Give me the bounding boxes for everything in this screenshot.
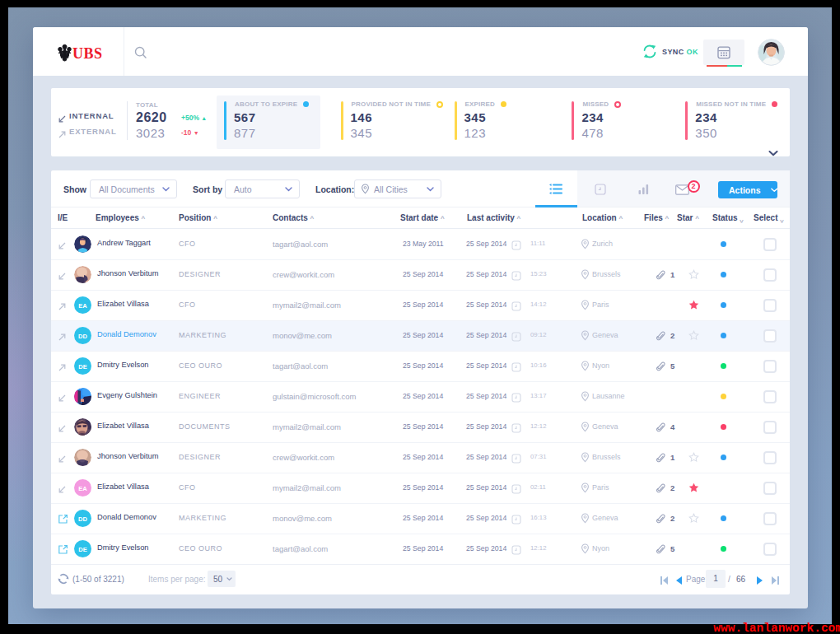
svg-text:DE: DE [78,546,86,553]
svg-text:DD: DD [78,333,87,340]
svg-text:DD: DD [78,515,87,523]
svg-text:EA: EA [78,485,87,492]
svg-text:DE: DE [78,363,86,371]
svg-text:EA: EA [78,302,87,310]
